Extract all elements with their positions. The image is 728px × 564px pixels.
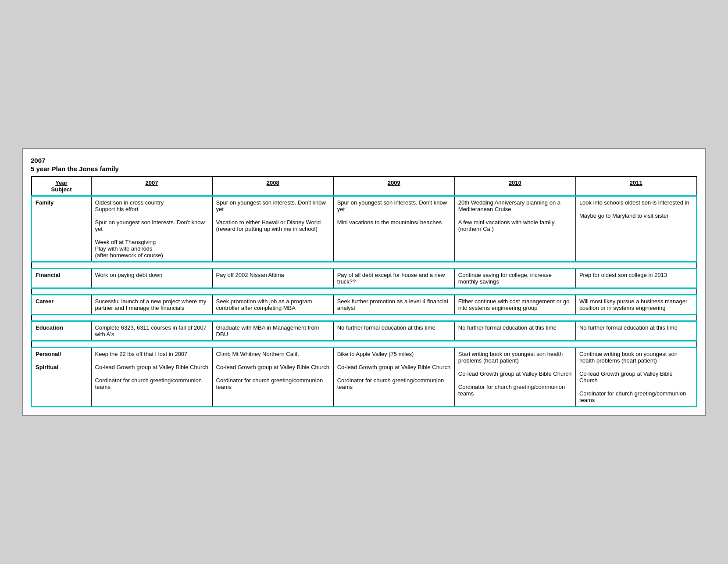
page-title: 2007 xyxy=(31,157,697,164)
table-cell-r1-c0: Work on paying debt down xyxy=(91,269,212,288)
table-cell-r4-c0: Keep the 22 lbs off that I lost in 2007C… xyxy=(91,348,212,407)
spacer-row-0 xyxy=(32,262,697,269)
row-label-2: Career xyxy=(32,295,92,315)
table-header-row: Year Subject 2007 2008 2009 2010 2011 xyxy=(32,176,697,196)
col-2010-header: 2010 xyxy=(454,176,575,196)
row-label-4: Personal/Spiritual xyxy=(32,348,92,407)
table-cell-r0-c2: Spur on youngest son interests. Don't kn… xyxy=(333,196,454,262)
col-2011-header: 2011 xyxy=(575,176,696,196)
col-2008-header: 2008 xyxy=(212,176,333,196)
spacer-row-1 xyxy=(32,288,697,295)
row-label-3: Education xyxy=(32,321,92,341)
table-cell-r4-c2: Bike to Apple Valley (75 miles)Co-lead G… xyxy=(333,348,454,407)
table-cell-r1-c1: Pay off 2002 Nissan Altima xyxy=(212,269,333,288)
table-cell-r1-c2: Pay of all debt except for house and a n… xyxy=(333,269,454,288)
col-2007-header: 2007 xyxy=(91,176,212,196)
page: 2007 5 year Plan the Jones family Year S… xyxy=(22,148,706,416)
table-row-4: Personal/SpiritualKeep the 22 lbs off th… xyxy=(32,348,697,407)
table-row-2: CareerSucessful launch of a new project … xyxy=(32,295,697,315)
table-cell-r4-c4: Continue writing book on youngest son he… xyxy=(575,348,696,407)
table-cell-r1-c4: Prep for oldest son college in 2013 xyxy=(575,269,696,288)
table-cell-r2-c0: Sucessful launch of a new project where … xyxy=(91,295,212,315)
table-cell-r0-c3: 20th Wedding Anniversary planning on a M… xyxy=(454,196,575,262)
table-cell-r3-c2: No further formal education at this time xyxy=(333,321,454,341)
table-cell-r2-c3: Either continue with cost management or … xyxy=(454,295,575,315)
table-row-3: EducationComplete 6323, 6311 courses in … xyxy=(32,321,697,341)
spacer-row-3 xyxy=(32,341,697,348)
plan-table: Year Subject 2007 2008 2009 2010 2011 Fa… xyxy=(31,176,697,407)
page-subtitle: 5 year Plan the Jones family xyxy=(31,165,697,172)
col-2009-header: 2009 xyxy=(333,176,454,196)
table-cell-r4-c1: Climb Mt Whitney Northern Calif.Co-lead … xyxy=(212,348,333,407)
table-cell-r1-c3: Continue saving for college, increase mo… xyxy=(454,269,575,288)
row-label-1: Financial xyxy=(32,269,92,288)
table-cell-r3-c1: Graduate with MBA in Management from DBU xyxy=(212,321,333,341)
table-cell-r3-c4: No further formal education at this time xyxy=(575,321,696,341)
table-cell-r3-c0: Complete 6323, 6311 courses in fall of 2… xyxy=(91,321,212,341)
table-cell-r0-c0: Oldest son in cross countrySupport his e… xyxy=(91,196,212,262)
table-cell-r2-c1: Seek promotion with job as a program con… xyxy=(212,295,333,315)
subject-header-label: Subject xyxy=(36,186,88,193)
year-header-label: Year xyxy=(36,180,88,186)
table-row-0: FamilyOldest son in cross countrySupport… xyxy=(32,196,697,262)
table-cell-r4-c3: Start writing book on youngest son healt… xyxy=(454,348,575,407)
row-label-0: Family xyxy=(32,196,92,262)
spacer-row-2 xyxy=(32,315,697,321)
table-cell-r0-c1: Spur on youngest son interests. Don't kn… xyxy=(212,196,333,262)
table-row-1: FinancialWork on paying debt downPay off… xyxy=(32,269,697,288)
subject-header: Year Subject xyxy=(32,176,92,196)
table-cell-r0-c4: Look into schools oldest son is interest… xyxy=(575,196,696,262)
table-cell-r2-c4: Will most likey pursue a business manage… xyxy=(575,295,696,315)
table-cell-r3-c3: No further formal education at this time xyxy=(454,321,575,341)
table-cell-r2-c2: Seek further promotion as a level 4 fina… xyxy=(333,295,454,315)
